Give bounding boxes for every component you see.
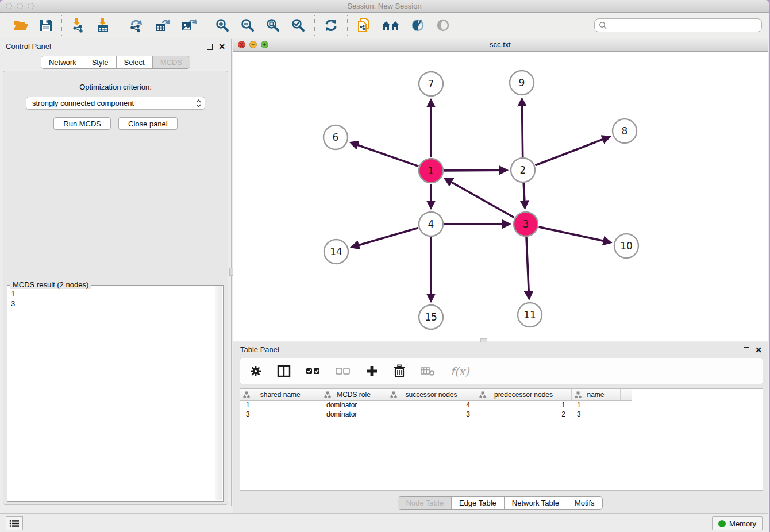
delete-column-button[interactable]: [393, 364, 406, 378]
edge-4-14[interactable]: [352, 228, 418, 246]
memory-label: Memory: [729, 519, 756, 528]
tab-select[interactable]: Select: [117, 56, 153, 68]
network-maximize-button[interactable]: +: [261, 41, 268, 48]
column-header-MCDS-role[interactable]: MCDS role: [321, 389, 387, 400]
edge-2-9[interactable]: [522, 99, 522, 157]
import-network-icon: [71, 18, 86, 33]
tab-network-table[interactable]: Network Table: [505, 497, 567, 509]
tab-node-table[interactable]: Node Table: [398, 497, 452, 509]
export-table-button[interactable]: [155, 18, 171, 33]
svg-text:8: 8: [622, 125, 628, 137]
table-row[interactable]: 3dominator323: [240, 410, 632, 419]
task-history-button[interactable]: [6, 516, 23, 530]
table-cell: 1: [240, 400, 321, 410]
graph-node-14[interactable]: 14: [324, 240, 348, 264]
graph-node-8[interactable]: 8: [613, 119, 637, 143]
edge-2-8[interactable]: [535, 137, 609, 165]
split-panel-icon: [277, 365, 291, 377]
edge-1-2[interactable]: [444, 170, 506, 171]
select-all-columns-button[interactable]: [306, 365, 321, 377]
graph-node-4[interactable]: 4: [419, 212, 443, 236]
result-scrollbar[interactable]: [215, 286, 222, 500]
graph-node-2[interactable]: 2: [511, 158, 535, 182]
export-network-button[interactable]: [129, 18, 144, 33]
eye-button[interactable]: [436, 18, 451, 33]
network-minimize-button[interactable]: −: [249, 41, 257, 48]
status-bar: Memory: [0, 513, 768, 532]
svg-text:15: 15: [425, 311, 437, 323]
zoom-selected-button[interactable]: [291, 18, 306, 33]
open-session-button[interactable]: [13, 18, 29, 32]
graph-node-1[interactable]: 1: [419, 159, 443, 183]
zoom-fit-button[interactable]: [265, 18, 280, 33]
unchecked-boxes-icon: [336, 365, 351, 377]
unselect-all-columns-button[interactable]: [336, 365, 351, 377]
zoom-window-button[interactable]: [28, 3, 34, 9]
graphics-details-icon: [410, 18, 425, 33]
table-panel-title: Table Panel: [240, 345, 279, 354]
checked-boxes-icon: [306, 365, 321, 377]
graph-node-15[interactable]: 15: [419, 305, 443, 329]
table-cell: 2: [476, 410, 571, 419]
graph-node-10[interactable]: 10: [614, 234, 638, 258]
houses-icon: [382, 18, 400, 32]
save-session-button[interactable]: [39, 18, 53, 32]
tab-style[interactable]: Style: [84, 56, 117, 68]
zoom-in-button[interactable]: [215, 18, 230, 33]
vertical-splitter-handle[interactable]: [229, 268, 233, 276]
mcds-result-text[interactable]: 1 3: [9, 288, 214, 500]
column-header-name[interactable]: name: [571, 389, 620, 400]
column-header-predecessor-nodes[interactable]: predecessor nodes: [476, 389, 571, 400]
graph-node-3[interactable]: 3: [514, 212, 538, 236]
search-input[interactable]: [607, 21, 757, 30]
graph-node-9[interactable]: 9: [510, 71, 534, 95]
import-network-button[interactable]: [71, 18, 86, 33]
column-header-shared-name[interactable]: shared name: [240, 389, 321, 400]
graph-node-6[interactable]: 6: [324, 125, 348, 149]
tab-network[interactable]: Network: [41, 56, 84, 68]
column-header-successor-nodes[interactable]: successor nodes: [387, 389, 476, 400]
delete-table-button[interactable]: [421, 365, 436, 377]
minimize-window-button[interactable]: [17, 3, 23, 9]
close-table-panel-icon[interactable]: ✕: [755, 346, 762, 354]
memory-button[interactable]: Memory: [712, 516, 763, 530]
edge-3-11[interactable]: [526, 237, 529, 298]
float-table-panel-icon[interactable]: [744, 347, 749, 353]
tab-motifs[interactable]: Motifs: [567, 497, 602, 509]
save-icon: [39, 18, 53, 32]
table-cell: 1: [571, 400, 620, 410]
houses-button[interactable]: [382, 18, 400, 32]
network-canvas[interactable]: 7968124314101511: [233, 52, 768, 341]
mcds-result-group: MCDS result (2 nodes) 1 3: [7, 285, 224, 502]
refresh-icon: [324, 18, 338, 33]
graph-node-7[interactable]: 7: [419, 72, 443, 96]
network-close-button[interactable]: x: [238, 41, 245, 48]
add-column-button[interactable]: [365, 365, 378, 377]
graphics-details-button[interactable]: [410, 18, 425, 33]
table-row[interactable]: 1dominator411: [240, 400, 632, 410]
function-builder-button[interactable]: f(x): [451, 365, 469, 377]
graph-node-11[interactable]: 11: [518, 303, 542, 327]
edge-1-6[interactable]: [351, 143, 418, 167]
close-panel-icon[interactable]: ✕: [218, 43, 225, 51]
refresh-button[interactable]: [324, 18, 338, 33]
close-panel-button[interactable]: Close panel: [118, 117, 178, 130]
export-image-button[interactable]: [181, 18, 197, 33]
close-window-button[interactable]: [6, 3, 12, 9]
float-panel-icon[interactable]: [207, 44, 213, 50]
table-cell: 3: [571, 410, 620, 419]
show-column-panel-button[interactable]: [277, 365, 291, 377]
eye-icon: [436, 18, 451, 33]
import-table-button[interactable]: [96, 18, 111, 33]
edge-2-3[interactable]: [523, 183, 525, 207]
edge-3-1[interactable]: [445, 179, 514, 217]
copy-network-button[interactable]: [356, 17, 371, 33]
run-mcds-button[interactable]: Run MCDS: [53, 117, 111, 130]
table-settings-button[interactable]: [249, 365, 262, 377]
edge-3-10[interactable]: [538, 227, 610, 242]
tab-edge-table[interactable]: Edge Table: [452, 497, 505, 509]
zoom-selected-icon: [291, 18, 306, 33]
zoom-out-button[interactable]: [240, 18, 255, 33]
optimization-criterion-select[interactable]: strongly connected component: [26, 97, 205, 110]
tab-mcds[interactable]: MCDS: [153, 56, 190, 68]
